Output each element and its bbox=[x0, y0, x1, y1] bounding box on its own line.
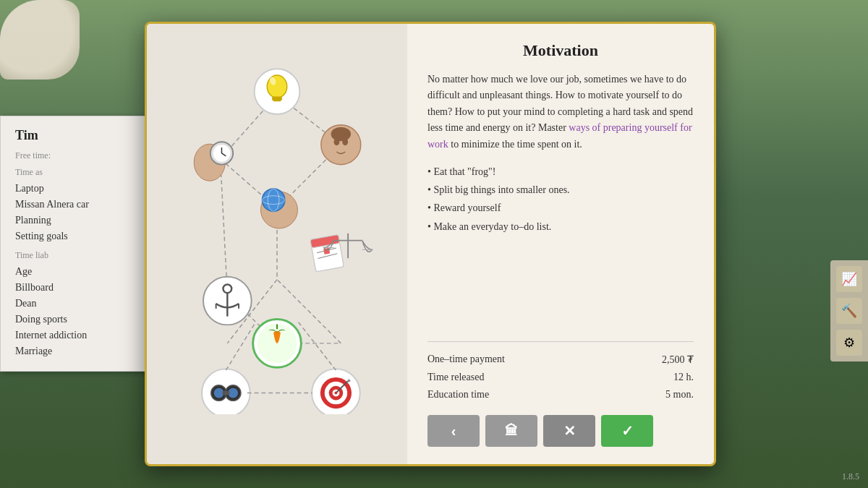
sidebar-item-internet-addiction[interactable]: Internet addiction bbox=[15, 328, 137, 343]
sidebar-title: Tim bbox=[15, 128, 137, 143]
svg-point-48 bbox=[214, 388, 224, 398]
sidebar-panel: Tim Free time: Time as Laptop Missan Aln… bbox=[0, 116, 152, 372]
content-panel: Motivation No matter how much we love ou… bbox=[407, 24, 714, 464]
svg-point-49 bbox=[228, 388, 238, 398]
sidebar-item-marriage[interactable]: Marriage bbox=[15, 343, 137, 359]
payment-value-1: 2,500 ₮ bbox=[662, 354, 694, 366]
sidebar-item-laptop[interactable]: Laptop bbox=[15, 181, 137, 197]
bullet-item-2: • Split big things into smaller ones. bbox=[427, 181, 694, 199]
modal-title: Motivation bbox=[427, 41, 694, 60]
svg-rect-50 bbox=[222, 391, 229, 395]
modal-dialog: Motivation No matter how much we love ou… bbox=[145, 22, 716, 466]
description-text-2: to minimize the time spent on it. bbox=[448, 139, 582, 150]
confirm-button[interactable]: ✓ bbox=[601, 415, 653, 447]
sidebar-item-planning[interactable]: Planning bbox=[15, 213, 137, 228]
payment-label-1: One–time payment bbox=[427, 354, 505, 366]
svg-line-4 bbox=[221, 159, 228, 294]
sidebar-item-dean[interactable]: Dean bbox=[15, 296, 137, 312]
top-right-panel: 📈 🔨 ⚙ bbox=[830, 260, 868, 361]
payment-row-2: Time released 12 h. bbox=[427, 369, 694, 386]
crumpled-paper bbox=[0, 0, 80, 80]
payment-value-2: 12 h. bbox=[673, 372, 694, 383]
chart-icon[interactable]: 📈 bbox=[836, 266, 862, 292]
museum-button[interactable]: 🏛 bbox=[485, 415, 537, 447]
payment-label-3: Education time bbox=[427, 389, 489, 401]
close-button[interactable]: ✕ bbox=[543, 415, 595, 447]
sidebar-item-billboard[interactable]: Billboard bbox=[15, 280, 137, 296]
gear-icon[interactable]: ⚙ bbox=[836, 330, 862, 356]
sidebar-item-age[interactable]: Age bbox=[15, 264, 137, 280]
version-label: 1.8.5 bbox=[842, 471, 859, 482]
svg-line-60 bbox=[298, 322, 336, 370]
free-time-label: Free time: bbox=[15, 150, 137, 161]
payment-label-2: Time released bbox=[427, 372, 484, 383]
hammer-icon[interactable]: 🔨 bbox=[836, 298, 862, 324]
time-liab-label: Time liab bbox=[15, 250, 137, 261]
svg-point-24 bbox=[331, 127, 351, 142]
bullet-item-3: • Reward yourself bbox=[427, 199, 694, 217]
payment-row-3: Education time 5 mon. bbox=[427, 386, 694, 403]
svg-line-59 bbox=[226, 322, 255, 370]
svg-point-26 bbox=[262, 189, 284, 211]
sidebar-item-setting-goals[interactable]: Setting goals bbox=[15, 228, 137, 244]
time-as-label: Time as bbox=[15, 167, 137, 178]
back-button[interactable]: ‹ bbox=[427, 415, 480, 447]
button-row: ‹ 🏛 ✕ ✓ bbox=[427, 415, 694, 447]
payment-row-1: One–time payment 2,500 ₮ bbox=[427, 351, 694, 369]
sidebar-item-missan[interactable]: Missan Alnera car bbox=[15, 197, 137, 213]
modal-description: No matter how much we love our job, some… bbox=[427, 72, 694, 153]
sidebar-item-doing-sports[interactable]: Doing sports bbox=[15, 312, 137, 328]
diagram-panel bbox=[147, 24, 407, 464]
bullet-item-1: • Eat that "frog"! bbox=[427, 163, 694, 181]
bullet-list: • Eat that "frog"! • Split big things in… bbox=[427, 163, 694, 236]
skill-diagram bbox=[161, 38, 393, 414]
payment-value-3: 5 mon. bbox=[665, 389, 694, 401]
bullet-item-4: • Make an everyday to–do list. bbox=[427, 218, 694, 236]
payment-table: One–time payment 2,500 ₮ Time released 1… bbox=[427, 341, 694, 403]
